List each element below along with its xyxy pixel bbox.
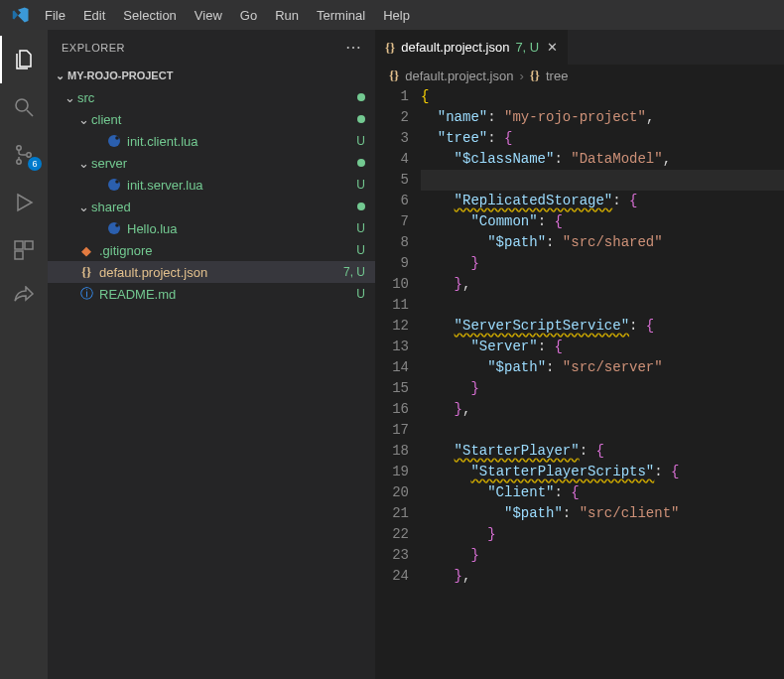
tree-folder-src[interactable]: ⌄ src — [48, 86, 375, 108]
git-dot-icon — [357, 203, 365, 210]
svg-point-11 — [115, 180, 119, 184]
lua-icon — [105, 178, 123, 192]
extensions-icon — [12, 238, 36, 262]
activity-debug[interactable] — [0, 179, 48, 226]
chevron-down-icon: ⌄ — [52, 69, 67, 82]
svg-point-2 — [17, 146, 21, 150]
activity-explorer[interactable] — [0, 36, 48, 83]
tree-file-gitignore[interactable]: ◆ .gitignore U — [48, 239, 375, 261]
debug-icon — [12, 191, 36, 214]
tree-file-readme[interactable]: ⓘ README.md U — [48, 283, 375, 305]
breadcrumb-node: tree — [546, 68, 568, 83]
menu-file[interactable]: File — [36, 4, 74, 27]
chevron-right-icon: › — [519, 68, 523, 83]
editor-tabs: {} default.project.json 7, U ✕ — [375, 30, 784, 65]
git-dot-icon — [357, 159, 365, 167]
editor-group: {} default.project.json 7, U ✕ {} defaul… — [375, 30, 784, 679]
tree-file-default-project[interactable]: {} default.project.json 7, U — [48, 261, 375, 283]
file-tree: ⌄ src ⌄ client init.client.lua U ⌄ — [48, 86, 375, 305]
menu-view[interactable]: View — [186, 4, 231, 27]
share-icon — [12, 286, 36, 310]
menu-go[interactable]: Go — [231, 4, 266, 27]
vscode-window: File Edit Selection View Go Run Terminal… — [0, 0, 784, 679]
folder-label: src — [77, 90, 353, 105]
code-lines: { "name": "my-rojo-project", "tree": { "… — [421, 86, 784, 679]
file-label: init.server.lua — [127, 178, 352, 193]
editor-code[interactable]: 123456789101112131415161718192021222324 … — [375, 86, 784, 679]
files-icon — [12, 48, 36, 71]
activity-scm[interactable]: 6 — [0, 131, 48, 179]
json-icon: {} — [530, 68, 540, 83]
activity-live-share[interactable] — [0, 274, 48, 322]
close-icon[interactable]: ✕ — [547, 40, 558, 55]
tree-folder-shared[interactable]: ⌄ shared — [48, 196, 375, 217]
title-bar: File Edit Selection View Go Run Terminal… — [0, 0, 784, 30]
git-status: U — [356, 221, 365, 235]
lua-icon — [105, 221, 123, 235]
menu-bar: File Edit Selection View Go Run Terminal… — [36, 4, 419, 27]
json-icon: {} — [389, 68, 399, 83]
svg-point-13 — [115, 223, 119, 227]
chevron-down-icon: ⌄ — [75, 156, 91, 171]
file-label: init.client.lua — [127, 134, 352, 149]
svg-point-9 — [115, 136, 119, 140]
json-icon: {} — [77, 264, 95, 280]
activity-extensions[interactable] — [0, 226, 48, 274]
svg-point-3 — [17, 160, 21, 164]
menu-edit[interactable]: Edit — [74, 4, 114, 27]
git-status: U — [356, 178, 365, 192]
tree-file-init-server[interactable]: init.server.lua U — [48, 174, 375, 196]
sidebar-more-icon[interactable]: ⋯ — [345, 38, 362, 57]
vscode-logo-icon — [12, 6, 30, 24]
tab-default-project[interactable]: {} default.project.json 7, U ✕ — [375, 30, 569, 65]
json-icon: {} — [385, 40, 395, 56]
git-icon: ◆ — [77, 243, 95, 258]
svg-point-0 — [16, 99, 28, 111]
project-name: MY-ROJO-PROJECT — [67, 69, 365, 81]
folder-label: shared — [91, 200, 353, 214]
file-label: README.md — [99, 287, 352, 302]
activity-bar: 6 — [0, 30, 48, 679]
svg-rect-6 — [25, 241, 33, 249]
tree-folder-server[interactable]: ⌄ server — [48, 152, 375, 174]
chevron-down-icon: ⌄ — [75, 112, 91, 127]
chevron-down-icon: ⌄ — [62, 90, 77, 105]
git-status: U — [356, 134, 365, 148]
sidebar-header: EXPLORER ⋯ — [48, 30, 375, 65]
git-status: U — [356, 287, 365, 301]
workbench: 6 EXPLORER ⋯ ⌄ MY-ROJO-PROJECT — [0, 30, 784, 679]
lua-icon — [105, 134, 123, 148]
svg-line-1 — [27, 110, 33, 116]
tab-label: default.project.json — [401, 40, 509, 55]
folder-label: server — [91, 156, 353, 171]
menu-terminal[interactable]: Terminal — [308, 4, 374, 27]
menu-selection[interactable]: Selection — [114, 4, 185, 27]
menu-help[interactable]: Help — [374, 4, 419, 27]
line-numbers: 123456789101112131415161718192021222324 — [375, 86, 421, 679]
git-dot-icon — [357, 93, 365, 101]
folder-label: client — [91, 112, 353, 127]
project-root[interactable]: ⌄ MY-ROJO-PROJECT — [48, 65, 375, 86]
svg-point-4 — [27, 153, 31, 157]
file-label: .gitignore — [99, 243, 352, 258]
menu-run[interactable]: Run — [266, 4, 308, 27]
tree-file-hello[interactable]: Hello.lua U — [48, 217, 375, 239]
sidebar: EXPLORER ⋯ ⌄ MY-ROJO-PROJECT ⌄ src ⌄ cli… — [48, 30, 375, 679]
git-dot-icon — [357, 115, 365, 123]
activity-search[interactable] — [0, 83, 48, 131]
info-icon: ⓘ — [77, 285, 95, 303]
file-label: Hello.lua — [127, 221, 352, 236]
tab-status: 7, U — [515, 40, 539, 55]
git-status: 7, U — [343, 265, 365, 279]
tree-file-init-client[interactable]: init.client.lua U — [48, 130, 375, 152]
git-status: U — [356, 243, 365, 257]
scm-badge: 6 — [28, 157, 42, 171]
file-label: default.project.json — [99, 265, 339, 280]
svg-rect-5 — [15, 241, 23, 249]
search-icon — [12, 95, 36, 119]
breadcrumb[interactable]: {} default.project.json › {} tree — [375, 65, 784, 86]
tree-folder-client[interactable]: ⌄ client — [48, 108, 375, 130]
chevron-down-icon: ⌄ — [75, 200, 91, 214]
svg-rect-7 — [15, 251, 23, 259]
breadcrumb-file: default.project.json — [405, 68, 513, 83]
